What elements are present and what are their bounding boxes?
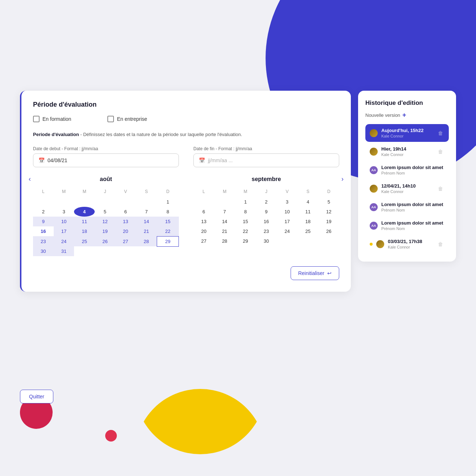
calendar-day[interactable]: 4 xyxy=(298,197,318,207)
checkbox-en-entreprise[interactable]: En entreprise xyxy=(107,116,147,122)
calendar-day[interactable]: 1 xyxy=(235,197,256,207)
calendar-day[interactable]: 17 xyxy=(277,217,298,226)
history-item-user: Prénom Nom xyxy=(381,226,444,231)
prev-month-button[interactable]: ‹ xyxy=(26,174,34,184)
calendar-day[interactable]: 30 xyxy=(256,236,276,246)
calendar-day[interactable]: 26 xyxy=(319,226,339,236)
history-item-date: Lorem ipsum dolor sit amet xyxy=(381,202,444,207)
calendar-day[interactable]: 1 xyxy=(157,197,179,207)
delete-history-button[interactable]: 🗑 xyxy=(436,148,444,155)
calendar-day[interactable]: 14 xyxy=(136,217,157,226)
calendar-day xyxy=(193,197,214,207)
calendar-day[interactable]: 14 xyxy=(214,217,235,226)
history-item[interactable]: AALorem ipsum dolor sit ametPrénom Nom xyxy=(365,217,449,234)
history-item[interactable]: 03/03/21, 17h38Kale Connor🗑 xyxy=(365,235,449,253)
history-item[interactable]: 12/04/21, 14h10Kale Connor🗑 xyxy=(365,180,449,197)
checkbox-box-formation[interactable] xyxy=(33,116,40,122)
calendar-day[interactable]: 23 xyxy=(33,236,54,246)
calendar-day[interactable]: 2 xyxy=(256,197,276,207)
calendar-day[interactable]: 28 xyxy=(214,236,235,246)
delete-history-button[interactable]: 🗑 xyxy=(436,130,444,137)
calendar-day[interactable]: 5 xyxy=(319,197,339,207)
calendar-day[interactable]: 19 xyxy=(95,226,115,237)
calendar-day[interactable]: 21 xyxy=(214,226,235,236)
new-version-button[interactable]: + xyxy=(402,112,406,118)
calendar-day[interactable]: 24 xyxy=(54,236,74,246)
start-date-field[interactable]: 📅 04/08/21 xyxy=(33,153,179,167)
sep-header-D: D xyxy=(319,188,339,197)
calendar-day[interactable]: 18 xyxy=(298,217,318,226)
reinitialiser-button[interactable]: Reinitialiser ↩ xyxy=(291,266,339,280)
calendar-day[interactable]: 29 xyxy=(235,236,256,246)
delete-history-button[interactable]: 🗑 xyxy=(436,241,444,248)
main-container: Période d'évaluation En formation En ent… xyxy=(20,91,456,292)
calendar-day[interactable]: 7 xyxy=(136,207,157,217)
calendar-day[interactable]: 12 xyxy=(95,217,115,226)
history-item[interactable]: Hier, 19h14Kale Connor🗑 xyxy=(365,143,449,160)
calendar-day[interactable]: 13 xyxy=(193,217,214,226)
calendar-day[interactable]: 4 xyxy=(74,207,95,217)
avatar: AA xyxy=(370,222,378,230)
card-title: Période d'évaluation xyxy=(33,101,339,108)
calendar-day[interactable]: 20 xyxy=(115,226,136,237)
calendar-day[interactable]: 25 xyxy=(298,226,318,236)
checkbox-row: En formation En entreprise xyxy=(33,116,339,122)
calendar-day[interactable]: 6 xyxy=(115,207,136,217)
history-item[interactable]: AALorem ipsum dolor sit ametPrénom Nom xyxy=(365,161,449,179)
history-item-date: 03/03/21, 17h38 xyxy=(388,239,433,244)
calendar-day[interactable]: 10 xyxy=(54,217,74,226)
calendar-day[interactable]: 27 xyxy=(193,236,214,246)
calendar-august-nav: ‹ août xyxy=(33,176,179,182)
calendar-day[interactable]: 28 xyxy=(136,236,157,246)
calendar-day[interactable]: 7 xyxy=(214,207,235,217)
history-item[interactable]: AALorem ipsum dolor sit ametPrénom Nom xyxy=(365,198,449,216)
calendar-day[interactable]: 18 xyxy=(74,226,95,237)
calendar-day xyxy=(54,197,74,207)
calendar-day[interactable]: 15 xyxy=(235,217,256,226)
calendar-day[interactable]: 16 xyxy=(256,217,276,226)
checkbox-en-formation[interactable]: En formation xyxy=(33,116,71,122)
calendar-day[interactable]: 27 xyxy=(115,236,136,246)
calendar-day[interactable]: 5 xyxy=(95,207,115,217)
next-month-button[interactable]: › xyxy=(338,174,346,184)
calendar-day[interactable]: 10 xyxy=(277,207,298,217)
calendar-day[interactable]: 8 xyxy=(157,207,179,217)
calendar-day[interactable]: 3 xyxy=(277,197,298,207)
calendar-day[interactable]: 31 xyxy=(54,246,74,256)
calendar-day[interactable]: 6 xyxy=(193,207,214,217)
calendar-day[interactable]: 24 xyxy=(277,226,298,236)
calendar-day[interactable]: 17 xyxy=(54,226,74,237)
calendar-day[interactable]: 2 xyxy=(33,207,54,217)
calendar-day[interactable]: 30 xyxy=(33,246,54,256)
calendar-day[interactable]: 12 xyxy=(319,207,339,217)
calendar-day[interactable]: 16 xyxy=(33,226,54,237)
calendar-day[interactable]: 11 xyxy=(298,207,318,217)
avatar xyxy=(370,185,378,193)
calendar-day[interactable]: 21 xyxy=(136,226,157,237)
calendar-day[interactable]: 3 xyxy=(54,207,74,217)
calendar-day[interactable]: 26 xyxy=(95,236,115,246)
checkbox-box-entreprise[interactable] xyxy=(107,116,114,122)
calendar-day[interactable]: 23 xyxy=(256,226,276,236)
aug-header-M1: M xyxy=(54,188,74,197)
calendar-day[interactable]: 22 xyxy=(235,226,256,236)
history-item[interactable]: Aujourd'hui, 15h22Kale Connor🗑 xyxy=(365,124,449,142)
calendar-day[interactable]: 13 xyxy=(115,217,136,226)
calendar-day[interactable]: 29 xyxy=(157,236,179,246)
calendar-day[interactable]: 11 xyxy=(74,217,95,226)
calendar-day[interactable]: 8 xyxy=(235,207,256,217)
calendar-icon-start: 📅 xyxy=(38,157,45,163)
calendar-day[interactable]: 9 xyxy=(256,207,276,217)
delete-history-button[interactable]: 🗑 xyxy=(436,185,444,192)
start-date-group: Date de debut - Format : jj/mm/aa 📅 04/0… xyxy=(33,146,179,167)
calendar-day[interactable]: 15 xyxy=(157,217,179,226)
history-item-user: Kale Connor xyxy=(388,245,433,249)
calendar-day[interactable]: 19 xyxy=(319,217,339,226)
calendar-day[interactable]: 9 xyxy=(33,217,54,226)
end-date-field[interactable]: 📅 jj/mm/aa ... xyxy=(193,153,339,167)
august-month-label: août xyxy=(100,176,112,182)
calendar-day[interactable]: 22 xyxy=(157,226,179,237)
calendar-day[interactable]: 25 xyxy=(74,236,95,246)
calendar-day[interactable]: 20 xyxy=(193,226,214,236)
quit-button[interactable]: Quitter xyxy=(20,390,53,403)
